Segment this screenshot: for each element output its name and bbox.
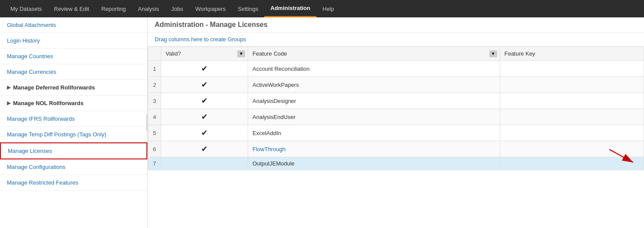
table-row[interactable]: 1✔Account Reconciliation: [148, 61, 644, 77]
valid-cell: ✔: [161, 93, 248, 109]
sidebar-item-label: Manage Temp Diff Postings (Tags Only): [7, 131, 106, 138]
sidebar-item-4[interactable]: ▶Manage Deferred Rollforwards: [0, 80, 147, 96]
check-icon: ✔: [201, 80, 208, 89]
feature-key-cell: [500, 61, 644, 77]
valid-cell: ✔: [161, 141, 248, 157]
col-header-label: Valid?: [166, 50, 181, 57]
feature-code-cell: AnalysisEndUser: [248, 109, 500, 125]
expand-arrow-icon: ▶: [7, 100, 10, 106]
feature-key-cell: [500, 77, 644, 93]
check-icon: ✔: [201, 145, 208, 153]
sidebar-item-8[interactable]: Manage Licenses: [0, 142, 147, 159]
check-icon: ✔: [201, 64, 208, 73]
check-icon: ✔: [201, 129, 208, 137]
sidebar-item-9[interactable]: Manage Configurations: [0, 159, 147, 175]
nav-item-workpapers[interactable]: Workpapers: [189, 0, 232, 17]
sidebar-item-label: Manage IFRS Rollforwards: [7, 116, 75, 122]
sidebar-item-7[interactable]: Manage Temp Diff Postings (Tags Only): [0, 127, 147, 142]
sidebar-item-label: Manage Countries: [7, 53, 53, 59]
row-number: 6: [148, 141, 161, 157]
nav-item-administration[interactable]: Administration: [264, 0, 316, 17]
row-number: 5: [148, 125, 161, 141]
nav-item-analysis[interactable]: Analysis: [132, 0, 165, 17]
row-number: 2: [148, 77, 161, 93]
feature-key-cell: [500, 141, 644, 157]
breadcrumb: Administration - Manage Licenses: [148, 17, 644, 33]
sidebar-item-label: Manage Restricted Features: [7, 179, 78, 186]
table-row[interactable]: 2✔ActiveWorkPapers: [148, 77, 644, 93]
table-row[interactable]: 5✔ExcelAddIn: [148, 125, 644, 141]
feature-code-cell: Account Reconciliation: [248, 61, 500, 77]
sidebar-item-label: Manage Currencies: [7, 69, 56, 75]
col-header-label: Feature Key: [505, 50, 535, 57]
feature-key-cell: [500, 93, 644, 109]
check-icon: ✔: [201, 96, 208, 105]
nav-item-jobs[interactable]: Jobs: [165, 0, 189, 17]
table-row[interactable]: 7OutputJEModule: [148, 157, 644, 170]
sidebar-item-10[interactable]: Manage Restricted Features: [0, 175, 147, 191]
feature-code-cell: ExcelAddIn: [248, 125, 500, 141]
check-icon: ✔: [201, 112, 208, 121]
col-header-feature_code[interactable]: Feature Code▼: [248, 47, 500, 61]
row-number: 4: [148, 109, 161, 125]
table-row[interactable]: 3✔AnalysisDesigner: [148, 93, 644, 109]
sidebar-item-2[interactable]: Manage Countries: [0, 49, 147, 64]
table-row[interactable]: 6✔FlowThrough: [148, 141, 644, 157]
feature-key-cell: [500, 109, 644, 125]
sidebar-item-label: Manage Deferred Rollforwards: [13, 84, 95, 91]
col-header-label: Feature Code: [252, 50, 287, 57]
sidebar-item-1[interactable]: Login History: [0, 33, 147, 49]
sidebar-item-label: Manage Licenses: [8, 148, 52, 154]
col-header-valid[interactable]: Valid?▼: [161, 47, 248, 61]
nav-item-settings[interactable]: Settings: [232, 0, 264, 17]
nav-item-help[interactable]: Help: [316, 0, 340, 17]
feature-code-cell: AnalysisDesigner: [248, 93, 500, 109]
nav-item-review---edit[interactable]: Review & Edit: [48, 0, 95, 17]
filter-button[interactable]: ▼: [489, 50, 497, 57]
table-row[interactable]: 4✔AnalysisEndUser: [148, 109, 644, 125]
valid-cell: ✔: [161, 77, 248, 93]
filter-button[interactable]: ▼: [237, 50, 245, 57]
top-navigation: My DatasetsReview & EditReportingAnalysi…: [0, 0, 644, 17]
sidebar-item-label: Manage NOL Rollforwards: [13, 100, 83, 106]
feature-code-link[interactable]: FlowThrough: [252, 146, 285, 152]
sidebar-item-5[interactable]: ▶Manage NOL Rollforwards: [0, 96, 147, 111]
col-header-feature_key: Feature Key: [500, 47, 644, 61]
nav-item-reporting[interactable]: Reporting: [95, 0, 132, 17]
feature-key-cell: [500, 125, 644, 141]
drag-hint: Drag columns here to create Groups: [148, 33, 644, 46]
row-number: 1: [148, 61, 161, 77]
sidebar-item-label: Manage Configurations: [7, 164, 65, 170]
row-number: 3: [148, 93, 161, 109]
sidebar-item-label: Global Attachments: [7, 22, 56, 28]
sidebar-item-6[interactable]: Manage IFRS Rollforwards: [0, 111, 147, 127]
licenses-table: Valid?▼Feature Code▼Feature Key1✔Account…: [148, 46, 644, 170]
col-header-rownum: [148, 47, 161, 61]
expand-arrow-icon: ▶: [7, 85, 10, 90]
valid-cell: ✔: [161, 125, 248, 141]
sidebar-item-label: Login History: [7, 37, 40, 44]
valid-cell: ✔: [161, 109, 248, 125]
feature-code-cell: ActiveWorkPapers: [248, 77, 500, 93]
valid-cell: [161, 157, 248, 170]
row-number: 7: [148, 157, 161, 170]
feature-code-cell: OutputJEModule: [248, 157, 500, 170]
feature-key-cell: [500, 157, 644, 170]
nav-item-my-datasets[interactable]: My Datasets: [4, 0, 48, 17]
main-content: Administration - Manage Licenses Drag co…: [148, 17, 644, 228]
feature-code-cell[interactable]: FlowThrough: [248, 141, 500, 157]
sidebar-item-0[interactable]: Global Attachments: [0, 17, 147, 33]
valid-cell: ✔: [161, 61, 248, 77]
sidebar-item-3[interactable]: Manage Currencies: [0, 64, 147, 80]
sidebar: ◀ Global AttachmentsLogin HistoryManage …: [0, 17, 148, 228]
